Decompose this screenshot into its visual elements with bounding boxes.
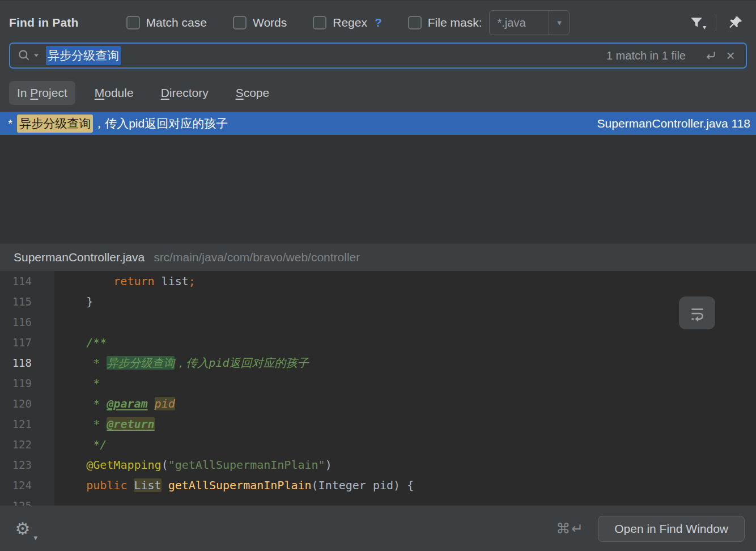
toolbar-divider	[716, 14, 716, 31]
search-icon	[17, 48, 32, 63]
code-preview-editor[interactable]: 114115116117118119120121122123124125 ret…	[0, 271, 756, 506]
code-line[interactable]	[59, 495, 756, 506]
result-match-highlight: 异步分级查询	[17, 115, 93, 133]
code-line[interactable]: public List getAllSupermanInPlain(Intege…	[59, 475, 756, 495]
tab-scope[interactable]: Scope	[228, 81, 278, 105]
match-count-label: 1 match in 1 file	[606, 49, 686, 62]
pin-icon	[728, 15, 744, 31]
clear-search-button[interactable]: ×	[722, 47, 739, 64]
filter-funnel-icon	[689, 15, 704, 30]
editor-code[interactable]: return list; } /** * 异步分级查询，传入pid返回对应的孩子…	[54, 271, 756, 506]
result-file: SupermanController.java	[597, 117, 728, 130]
insert-newline-button[interactable]	[702, 47, 719, 64]
line-number: 122	[0, 434, 54, 455]
words-label: Words	[253, 16, 287, 29]
result-row[interactable]: * 异步分级查询 ，传入pid返回对应的孩子 SupermanControlle…	[0, 112, 756, 135]
regex-help-icon[interactable]: ?	[375, 16, 382, 29]
preview-file-name: SupermanController.java	[14, 251, 145, 264]
match-case-label: Match case	[146, 16, 207, 29]
code-line[interactable]: @GetMapping("getAllSupermanInPlain")	[59, 455, 756, 475]
open-in-find-window-button[interactable]: Open in Find Window	[598, 516, 745, 542]
settings-button[interactable]: ⚙ ▾	[11, 518, 34, 540]
result-line-number: 118	[732, 117, 750, 130]
option-match-case[interactable]: Match case	[126, 16, 207, 29]
gear-caret-icon: ▾	[33, 533, 37, 542]
line-number: 114	[0, 271, 54, 291]
option-words[interactable]: Words	[233, 16, 287, 29]
search-caret-icon	[33, 53, 39, 58]
newline-icon	[703, 48, 717, 63]
gear-icon: ⚙	[15, 519, 31, 539]
regex-checkbox[interactable]	[313, 16, 326, 29]
line-number: 121	[0, 414, 54, 434]
code-line[interactable]: return list;	[59, 271, 756, 291]
filter-button[interactable]: ▾	[686, 12, 707, 33]
search-query-text: 异步分级查询	[46, 46, 121, 65]
toolbar-icons: ▾	[686, 12, 746, 33]
search-field-wrap: 异步分级查询 1 match in 1 file ×	[0, 36, 756, 69]
code-line[interactable]: * @return	[59, 414, 756, 434]
result-prefix: *	[8, 117, 12, 130]
line-number: 124	[0, 475, 54, 495]
file-mask-value: *.java	[490, 16, 549, 29]
result-text: ，传入pid返回对应的孩子	[93, 116, 228, 132]
editor-gutter: 114115116117118119120121122123124125	[0, 271, 54, 506]
close-icon: ×	[726, 48, 734, 63]
file-mask-label: File mask:	[428, 16, 482, 29]
search-input[interactable]: 异步分级查询 1 match in 1 file ×	[9, 43, 747, 69]
results-list-area[interactable]	[0, 135, 756, 244]
find-in-path-popup: Find in Path Match case Words Regex ? Fi…	[0, 0, 756, 551]
code-line[interactable]: }	[59, 291, 756, 312]
code-line[interactable]: /**	[59, 332, 756, 353]
line-number: 125	[0, 495, 54, 506]
line-number: 120	[0, 393, 54, 414]
tab-module[interactable]: Module	[87, 81, 142, 105]
line-number: 119	[0, 373, 54, 393]
tab-directory[interactable]: Directory	[153, 81, 216, 105]
line-number: 123	[0, 455, 54, 475]
code-line[interactable]: * 异步分级查询，传入pid返回对应的孩子	[59, 353, 756, 373]
code-line[interactable]	[59, 312, 756, 332]
filter-caret-icon: ▾	[703, 23, 706, 31]
line-number: 116	[0, 312, 54, 332]
option-file-mask[interactable]: File mask:	[408, 16, 482, 29]
tab-in-project[interactable]: In Project	[9, 81, 75, 105]
search-history-button[interactable]	[17, 48, 39, 63]
match-case-checkbox[interactable]	[126, 16, 140, 29]
option-regex[interactable]: Regex ?	[313, 16, 382, 29]
regex-label: Regex	[333, 16, 367, 29]
chevron-down-icon: ▾	[557, 18, 562, 28]
preview-header: SupermanController.java src/main/java/co…	[0, 244, 756, 271]
pin-button[interactable]	[725, 12, 746, 33]
toolbar: Find in Path Match case Words Regex ? Fi…	[0, 1, 756, 36]
preview-file-path: src/main/java/com/bravo/web/controller	[154, 251, 360, 264]
soft-wrap-icon	[688, 304, 706, 322]
code-line[interactable]: *	[59, 373, 756, 393]
file-mask-select[interactable]: *.java ▾	[489, 10, 570, 35]
line-number: 115	[0, 291, 54, 312]
shortcut-hint: ⌘↵	[556, 520, 584, 537]
line-number: 117	[0, 332, 54, 353]
words-checkbox[interactable]	[233, 16, 247, 29]
file-mask-group: File mask: *.java ▾	[408, 10, 570, 35]
search-options: Match case Words Regex ? File mask: *.ja…	[126, 10, 570, 35]
soft-wrap-button[interactable]	[679, 296, 715, 329]
file-mask-dropdown-button[interactable]: ▾	[549, 11, 569, 35]
footer-bar: ⚙ ▾ ⌘↵ Open in Find Window	[0, 506, 756, 551]
code-line[interactable]: */	[59, 434, 756, 455]
code-line[interactable]: * @param pid	[59, 393, 756, 414]
footer-right: ⌘↵ Open in Find Window	[556, 516, 745, 542]
line-number: 118	[0, 353, 54, 373]
result-location: SupermanController.java 118	[597, 117, 750, 130]
dialog-title: Find in Path	[9, 16, 79, 29]
scope-tabs: In Project Module Directory Scope	[9, 81, 747, 105]
file-mask-checkbox[interactable]	[408, 16, 422, 29]
